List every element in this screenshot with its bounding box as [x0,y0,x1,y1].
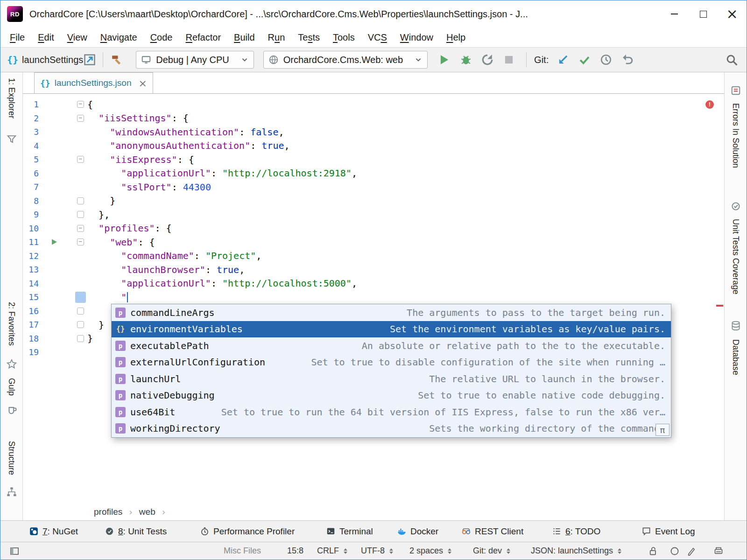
reader-mode-icon[interactable] [714,542,723,560]
fold-marker[interactable]: − [77,115,84,122]
error-stripe-mark[interactable] [716,305,723,307]
tool-button-gulp[interactable]: Gulp [7,378,16,396]
completion-item-launchUrl[interactable]: plaunchUrlThe relative URL to launch in … [112,371,671,387]
build-hammer-icon[interactable] [110,53,123,66]
fold-marker[interactable]: − [77,156,84,163]
search-everywhere-icon[interactable] [724,52,739,67]
fold-marker[interactable]: − [77,101,84,108]
code-line-7[interactable]: 7 "sslPort": 44300 [23,180,724,194]
code-editor[interactable]: 1−{2− "iisSettings": {3 "windowsAuthenti… [23,94,724,504]
menu-tools[interactable]: Tools [326,32,361,43]
maximize-button[interactable] [689,0,718,28]
toolwindow-button-7-nuget[interactable]: 7: NuGet [29,521,78,542]
menu-file[interactable]: File [3,32,31,43]
menu-edit[interactable]: Edit [31,32,60,43]
git-rollback-icon[interactable] [620,52,635,67]
fold-marker[interactable]: − [77,238,84,245]
menu-run[interactable]: Run [261,32,292,43]
run-line-icon[interactable] [51,238,58,245]
git-update-icon[interactable] [556,52,571,67]
code-line-2[interactable]: 2− "iisSettings": { [23,112,724,126]
status-line-ending[interactable]: CRLF [317,542,347,560]
fold-marker[interactable] [77,211,84,218]
tool-button-errors-in-solution[interactable]: Errors In Solution [731,103,740,168]
gulp-cup-icon[interactable] [7,406,17,416]
run-button[interactable] [437,52,452,67]
fold-marker[interactable] [77,308,84,315]
code-line-15[interactable]: 15 " [23,290,724,304]
select-in-icon[interactable] [83,53,96,66]
unit-tests-coverage-icon[interactable] [731,201,741,211]
code-line-10[interactable]: 10− "profiles": { [23,222,724,236]
code-line-5[interactable]: 5− "iisExpress": { [23,153,724,167]
git-history-icon[interactable] [599,52,613,67]
inspection-error-badge[interactable]: ! [705,100,714,109]
close-tab-icon[interactable]: × [138,77,147,89]
toolwindow-button-docker[interactable]: Docker [397,521,438,542]
completion-item-commandLineArgs[interactable]: pcommandLineArgsThe arguments to pass to… [112,304,671,321]
toolwindow-button-event-log[interactable]: Event Log [642,521,695,542]
solution-configuration-dropdown[interactable]: Debug | Any CPU [136,51,254,69]
status-file-type[interactable]: JSON: launchSettings [531,542,621,560]
fold-marker[interactable] [77,321,84,328]
filter-icon[interactable] [7,134,17,144]
completion-item-nativeDebugging[interactable]: pnativeDebuggingSet to true to enable na… [112,387,671,404]
fold-marker[interactable] [77,335,84,342]
tool-button-favorites[interactable]: 2: Favorites [7,302,16,346]
toolwindow-button-8-unit-tests[interactable]: 8: Unit Tests [105,521,167,542]
stop-button[interactable] [501,52,516,67]
code-line-1[interactable]: 1−{ [23,98,724,112]
code-line-11[interactable]: 11− "web": { [23,235,724,249]
current-file-chip[interactable]: {} launchSettings [7,54,83,65]
completion-item-workingDirectory[interactable]: pworkingDirectorySets the working direct… [112,420,671,437]
completion-item-externalUrlConfiguration[interactable]: pexternalUrlConfigurationSet to true to … [112,354,671,371]
tool-button-explorer[interactable]: 1: Explorer [7,78,16,119]
lock-icon[interactable] [648,542,658,560]
tab-launchsettings[interactable]: {} launchSettings.json × [34,72,153,93]
code-line-4[interactable]: 4 "anonymousAuthentication": true, [23,139,724,153]
minimize-button[interactable] [660,0,689,28]
status-git-branch[interactable]: Git: dev [473,542,510,560]
menu-build[interactable]: Build [227,32,261,43]
code-line-3[interactable]: 3 "windowsAuthentication": false, [23,125,724,139]
code-line-8[interactable]: 8 } [23,194,724,208]
toolwindow-button-performance-profiler[interactable]: Performance Profiler [200,521,295,542]
tool-button-structure[interactable]: Structure [7,441,16,475]
breadcrumb-profiles[interactable]: profiles [94,507,122,517]
fold-marker[interactable]: − [77,225,84,232]
git-commit-icon[interactable] [577,52,592,67]
toolwindow-button-rest-client[interactable]: REST Client [462,521,523,542]
code-line-12[interactable]: 12 "commandName": "Project", [23,249,724,263]
menu-navigate[interactable]: Navigate [94,32,144,43]
completion-item-use64Bit[interactable]: puse64BitSet to true to run the 64 bit v… [112,404,671,420]
status-caret-position[interactable]: 15:8 [287,542,303,560]
code-line-6[interactable]: 6 "applicationUrl": "http://localhost:29… [23,167,724,181]
code-line-9[interactable]: 9 }, [23,208,724,222]
run-configuration-dropdown[interactable]: OrchardCore.Cms.Web: web [263,51,428,69]
breadcrumb-web[interactable]: web [139,507,155,517]
fold-marker[interactable] [77,197,84,204]
completion-item-executablePath[interactable]: pexecutablePathAn absolute or relative p… [112,337,671,354]
close-button[interactable]: × [718,0,747,28]
menu-view[interactable]: View [61,32,94,43]
indicator-circle-icon[interactable] [670,542,679,560]
coverage-button[interactable] [480,52,495,67]
tool-button-database[interactable]: Database [731,339,740,375]
completion-item-environmentVariables[interactable]: {}environmentVariablesSet the environmen… [112,321,671,338]
menu-vcs[interactable]: VCS [361,32,394,43]
structure-icon[interactable] [7,487,17,497]
errors-in-solution-icon[interactable] [731,85,741,96]
toolwindow-button-6-todo[interactable]: 6: TODO [552,521,600,542]
highlighting-level-icon[interactable] [687,542,696,560]
menu-code[interactable]: Code [144,32,179,43]
tool-button-unit-tests-coverage[interactable]: Unit Tests Coverage [731,219,740,294]
toolwindow-toggle-icon[interactable] [10,542,19,560]
code-line-14[interactable]: 14 "applicationUrl": "http://localhost:5… [23,277,724,291]
favorites-star-icon[interactable] [7,359,17,369]
menu-refactor[interactable]: Refactor [179,32,227,43]
code-line-13[interactable]: 13 "launchBrowser": true, [23,263,724,277]
status-indent[interactable]: 2 spaces [409,542,451,560]
debug-button[interactable] [458,52,473,67]
toolwindow-button-terminal[interactable]: Terminal [326,521,373,542]
menu-window[interactable]: Window [394,32,440,43]
